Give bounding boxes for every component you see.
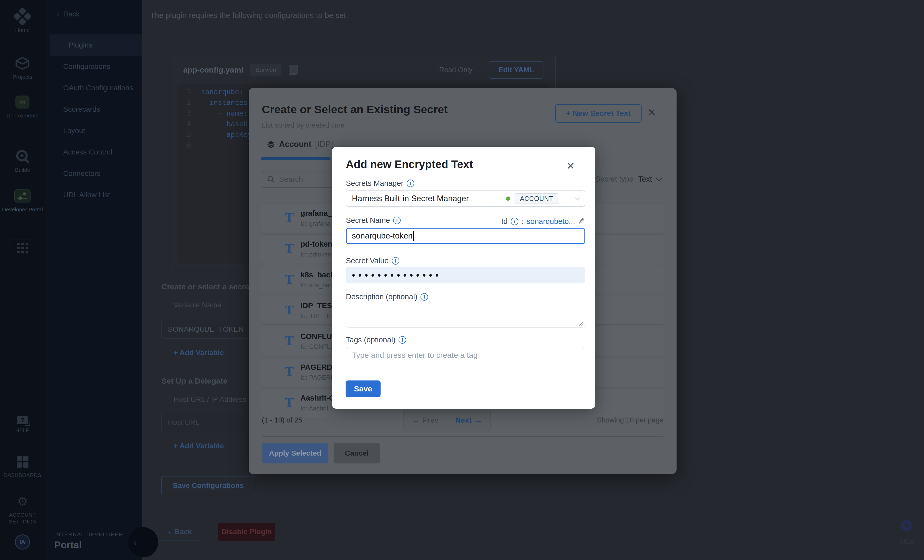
footer-back-button[interactable]: ‹ Back	[158, 523, 202, 541]
secret-id: Id: Aashrit	[300, 405, 328, 412]
info-icon[interactable]: i	[511, 218, 518, 225]
prev-page-button[interactable]: ← Prev	[404, 409, 447, 431]
info-icon[interactable]: i	[406, 180, 414, 187]
secret-id: Id: CONFLU	[300, 343, 335, 350]
secret-id-link[interactable]: sonarqubeto...	[527, 217, 575, 226]
secret-type-dropdown[interactable]: Secret type Text	[595, 175, 661, 183]
sidebar-item-label: Home	[0, 27, 45, 33]
avatar: IA	[15, 535, 30, 550]
divider	[262, 436, 663, 437]
text-secret-icon: T	[285, 365, 294, 379]
nav-item-access-control[interactable]: Access Control	[45, 141, 142, 163]
secret-value-input[interactable]: ••••••••••••••	[346, 267, 585, 283]
avatar-initials: IA	[20, 539, 26, 545]
masked-secret-value: ••••••••••••••	[352, 271, 442, 280]
info-icon[interactable]: i	[399, 336, 406, 344]
add-variable-link[interactable]: + Add Variable	[174, 349, 224, 357]
nav-item-configurations[interactable]: Configurations	[45, 56, 142, 77]
arrow-left-icon: ←	[412, 416, 420, 425]
secret-name-label-row: Secret Name i	[346, 216, 400, 225]
secret-name-input[interactable]: sonarqube-token	[346, 228, 585, 244]
sidebar-item-help[interactable]: ? HELP	[0, 414, 45, 434]
modal-subtitle: List sorted by created time	[262, 121, 345, 129]
host-url-label: Host URL / IP Address	[174, 395, 246, 404]
sidebar-item-deployments[interactable]: ∞ Deployments	[0, 94, 45, 119]
chevron-left-icon: ‹	[134, 536, 137, 548]
user-avatar[interactable]: IA	[0, 535, 45, 550]
dashboards-icon	[0, 454, 45, 469]
cancel-button[interactable]: Cancel	[334, 443, 380, 463]
secret-id: Id: pdtoken	[300, 251, 332, 258]
home-icon	[0, 9, 45, 24]
sidebar-item-home[interactable]: Home	[0, 9, 45, 33]
apply-selected-button[interactable]: Apply Selected	[262, 443, 328, 463]
sidebar-item-projects[interactable]: Projects	[0, 56, 45, 80]
add-variable-link-2[interactable]: + Add Variable	[174, 442, 224, 450]
text-secret-icon: T	[285, 303, 294, 317]
layers-icon	[267, 140, 275, 149]
line-number: 6	[177, 140, 201, 151]
close-icon[interactable]: ✕	[566, 160, 575, 172]
sidebar-item-label: Developer Portal	[0, 206, 45, 213]
tab-account-idp[interactable]: Account [IDP]	[267, 139, 333, 149]
line-number: 4	[177, 118, 201, 129]
modal-title: Add new Encrypted Text	[346, 158, 473, 171]
status-dot-icon	[506, 196, 510, 201]
nav-item-url-allow-list[interactable]: URL Allow List	[45, 184, 142, 206]
resize-handle-icon[interactable]	[578, 321, 584, 326]
next-page-button[interactable]: Next →	[447, 409, 490, 431]
edit-pencil-icon[interactable]: ✎	[578, 217, 585, 226]
save-configurations-button[interactable]: Save Configurations	[161, 476, 255, 495]
nav-item-layout[interactable]: Layout	[45, 120, 142, 141]
description-label: Description (optional)	[346, 292, 417, 301]
sidebar-item-apps-grid[interactable]	[0, 240, 45, 256]
builds-icon	[0, 149, 45, 164]
secret-name: k8s_back	[300, 271, 334, 279]
description-textarea[interactable]	[346, 304, 585, 328]
nav-item-plugins[interactable]: Plugins	[50, 34, 142, 56]
tags-input[interactable]	[346, 347, 585, 363]
tab-label: Account	[279, 139, 311, 149]
sidebar-item-label: ACCOUNT SETTINGS	[0, 512, 45, 525]
secret-value-label-row: Secret Value i	[346, 256, 399, 265]
sidebar-item-label: Projects	[0, 73, 45, 80]
disable-plugin-button[interactable]: Disable Plugin	[218, 523, 275, 541]
page-intro: The plugin requires the following config…	[150, 11, 348, 20]
edit-yaml-button[interactable]: Edit YAML	[489, 61, 543, 79]
read-only-label: Read Only	[433, 63, 479, 77]
nav-list: Plugins Configurations OAuth Configurati…	[45, 34, 142, 206]
copy-icon[interactable]	[289, 65, 297, 75]
secret-name: grafana_t	[300, 209, 334, 218]
sidebar-item-label: Builds	[0, 166, 45, 173]
per-page-label: Showing 10 per page	[597, 416, 663, 424]
sidebar-item-builds[interactable]: Builds	[0, 149, 45, 173]
save-button[interactable]: Save	[346, 380, 381, 397]
nav-item-connectors[interactable]: Connectors	[45, 163, 142, 184]
close-icon[interactable]: ✕	[648, 107, 656, 118]
back-label: Back	[64, 10, 80, 18]
description-label-row: Description (optional) i	[346, 292, 428, 301]
aida-widget[interactable]: AIDA	[897, 516, 917, 545]
new-secret-text-button[interactable]: + New Secret Text	[555, 104, 642, 123]
sidebar-item-account-settings[interactable]: ⚙ ACCOUNT SETTINGS	[0, 494, 45, 525]
brand: INTERNAL DEVELOPER Portal	[54, 531, 123, 551]
help-icon: ?	[0, 416, 45, 424]
nav-back-button[interactable]: ‹ Back	[57, 9, 80, 19]
nav-item-scorecards[interactable]: Scorecards	[45, 99, 142, 120]
info-icon[interactable]: i	[392, 257, 399, 265]
scope-badge: ACCOUNT	[514, 193, 559, 204]
secret-type-label: Secret type	[595, 175, 633, 183]
info-icon[interactable]: i	[393, 217, 400, 224]
aida-icon	[897, 516, 917, 536]
yaml-filename: app-config.yaml	[183, 66, 243, 74]
sidebar-item-dashboards[interactable]: DASHBOARDS	[0, 454, 45, 479]
sidebar-item-developer-portal[interactable]: Developer Portal	[0, 189, 45, 213]
text-secret-icon: T	[285, 272, 294, 287]
nav-item-oauth-configurations[interactable]: OAuth Configurations	[45, 77, 142, 99]
secret-id: Id: grafana_	[300, 220, 334, 227]
chevron-down-icon	[656, 175, 662, 181]
nav-collapse-button[interactable]: ‹	[128, 527, 158, 557]
info-icon[interactable]: i	[420, 293, 428, 301]
line-number: 2	[177, 97, 201, 108]
secrets-manager-select[interactable]: Harness Built-in Secret Manager ACCOUNT	[346, 190, 585, 207]
